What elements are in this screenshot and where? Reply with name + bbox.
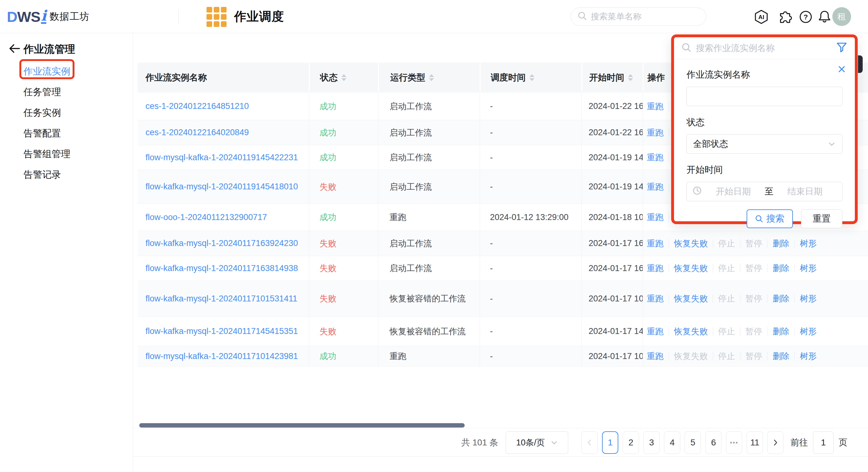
- op-tree[interactable]: 树形: [800, 238, 817, 249]
- op-rerun[interactable]: 重跑: [647, 101, 664, 112]
- column-header-label: 状态: [320, 72, 338, 84]
- op-rerun[interactable]: 重跑: [647, 238, 664, 249]
- op-tree[interactable]: 树形: [800, 263, 817, 274]
- plugin-puzzle-icon[interactable]: [777, 9, 793, 25]
- divider-below-pagination: [133, 456, 868, 457]
- prev-page-button[interactable]: [581, 431, 598, 454]
- status-select[interactable]: 全部状态: [686, 134, 842, 154]
- instance-search-box[interactable]: [674, 37, 855, 59]
- avatar[interactable]: 租: [832, 7, 851, 26]
- op-delete[interactable]: 删除: [773, 263, 789, 274]
- sort-caret-icon[interactable]: [529, 74, 534, 81]
- instance-name-link[interactable]: flow-mysql-kafka-1-20240117101423981: [146, 352, 298, 361]
- op-recover-failed[interactable]: 恢复失败: [674, 326, 708, 337]
- op-recover-failed[interactable]: 恢复失败: [674, 293, 708, 304]
- instance-name-link[interactable]: ces-1-20240122164851210: [146, 101, 249, 111]
- page-button-11[interactable]: 11: [747, 431, 763, 454]
- menu-search-input[interactable]: [591, 12, 702, 22]
- op-delete[interactable]: 删除: [773, 326, 789, 337]
- sort-caret-icon[interactable]: [429, 74, 434, 81]
- next-page-button[interactable]: [767, 431, 783, 454]
- cell-status: 成功: [309, 346, 378, 366]
- cell-run-type: 恢复被容错的工作流: [378, 281, 480, 317]
- op-tree[interactable]: 树形: [800, 351, 817, 362]
- instance-name-input[interactable]: [686, 87, 842, 106]
- op-delete[interactable]: 删除: [773, 293, 789, 304]
- instance-name-link[interactable]: flow-kafka-mysql-1-20240119145418010: [146, 182, 298, 191]
- search-icon: [755, 215, 763, 223]
- op-rerun[interactable]: 重跑: [647, 212, 664, 223]
- bell-icon[interactable]: [817, 9, 832, 25]
- op-delete[interactable]: 删除: [773, 238, 789, 249]
- menu-search-box[interactable]: [570, 7, 706, 26]
- ai-assistant-icon[interactable]: AI: [753, 9, 769, 25]
- drawer-handle[interactable]: [858, 55, 863, 73]
- instance-name-link[interactable]: flow-kafka-mysql-1-20240117145415351: [146, 326, 298, 336]
- sort-caret-icon[interactable]: [341, 74, 346, 81]
- cell-run-type: 启动工作流: [378, 170, 480, 203]
- instance-name-link[interactable]: flow-kafka-mysql-1-20240117163924230: [146, 238, 298, 248]
- op-delete[interactable]: 删除: [773, 351, 789, 362]
- column-header-1[interactable]: 状态: [309, 63, 378, 93]
- back-arrow-icon[interactable]: [7, 41, 21, 55]
- horizontal-scrollbar[interactable]: [139, 423, 465, 427]
- op-rerun[interactable]: 重跑: [647, 127, 664, 138]
- cell-instance-name: flow-mysql-kafka-1-20240119145422231: [138, 145, 309, 170]
- column-header-4[interactable]: 开始时间: [581, 63, 643, 93]
- op-tree[interactable]: 树形: [800, 293, 817, 304]
- instance-name-link[interactable]: flow-mysql-kafka-1-20240119145422231: [146, 153, 298, 163]
- date-range-picker[interactable]: 开始日期 至 结束日期: [686, 182, 842, 201]
- op-rerun[interactable]: 重跑: [647, 326, 664, 337]
- op-rerun[interactable]: 重跑: [647, 181, 664, 193]
- status-text: 失败: [319, 263, 336, 274]
- op-recover-failed[interactable]: 恢复失败: [674, 238, 708, 249]
- op-rerun[interactable]: 重跑: [647, 152, 664, 163]
- op-rerun[interactable]: 重跑: [647, 293, 664, 304]
- sidebar-item-3[interactable]: 告警配置: [24, 123, 70, 144]
- status-text: 成功: [319, 101, 336, 112]
- page-button-5[interactable]: 5: [685, 431, 701, 454]
- instance-name-link[interactable]: ces-1-20240122164020849: [146, 128, 249, 138]
- page-button-4[interactable]: 4: [664, 431, 680, 454]
- op-tree[interactable]: 树形: [800, 326, 817, 337]
- sidebar-item-2[interactable]: 任务实例: [24, 102, 70, 123]
- instance-name-link[interactable]: flow-kafka-mysql-1-20240117101531411: [146, 294, 297, 304]
- page-button-1[interactable]: 1: [602, 431, 618, 454]
- page-button-6[interactable]: 6: [705, 431, 721, 454]
- column-header-label: 开始时间: [589, 72, 624, 84]
- op-separator: [795, 264, 795, 273]
- sidebar-item-1[interactable]: 任务管理: [24, 82, 70, 102]
- sidebar-item-5[interactable]: 告警记录: [24, 164, 70, 185]
- op-separator: [767, 294, 768, 303]
- op-recover-failed[interactable]: 恢复失败: [674, 263, 708, 274]
- page-more-button[interactable]: •••: [726, 431, 742, 454]
- close-icon[interactable]: [837, 64, 847, 76]
- column-header-3[interactable]: 调度时间: [480, 63, 581, 93]
- page-button-2[interactable]: 2: [623, 431, 639, 454]
- column-header-2[interactable]: 运行类型: [378, 63, 480, 93]
- status-text: 失败: [319, 181, 336, 193]
- instance-search-input[interactable]: [696, 43, 836, 53]
- cell-instance-name: flow-kafka-mysql-1-20240117163924230: [138, 231, 309, 256]
- sidebar-item-4[interactable]: 告警组管理: [24, 144, 70, 164]
- instance-name-link[interactable]: flow-kafka-mysql-1-20240117163814938: [146, 264, 298, 273]
- status-text: 失败: [319, 326, 336, 337]
- op-separator: [740, 327, 740, 336]
- cell-run-type: 恢复被容错的工作流: [378, 317, 480, 346]
- page-size-select[interactable]: 10条/页: [506, 431, 568, 454]
- help-icon[interactable]: ?: [798, 9, 813, 25]
- product-name: 数据工坊: [50, 10, 90, 23]
- op-rerun[interactable]: 重跑: [647, 351, 664, 362]
- search-button[interactable]: 搜索: [747, 209, 793, 228]
- cell-status: 失败: [309, 170, 378, 203]
- search-button-label: 搜索: [766, 212, 784, 225]
- goto-page-input[interactable]: [813, 431, 834, 454]
- op-rerun[interactable]: 重跑: [647, 263, 664, 274]
- sort-caret-icon[interactable]: [628, 74, 633, 81]
- filter-funnel-icon[interactable]: [836, 42, 847, 55]
- reset-button[interactable]: 重置: [801, 209, 842, 228]
- page-button-3[interactable]: 3: [643, 431, 660, 454]
- app-grid-icon[interactable]: [207, 7, 226, 27]
- instance-name-link[interactable]: flow-ooo-1-20240112132900717: [146, 212, 267, 222]
- sidebar-item-0[interactable]: 作业流实例: [24, 61, 70, 82]
